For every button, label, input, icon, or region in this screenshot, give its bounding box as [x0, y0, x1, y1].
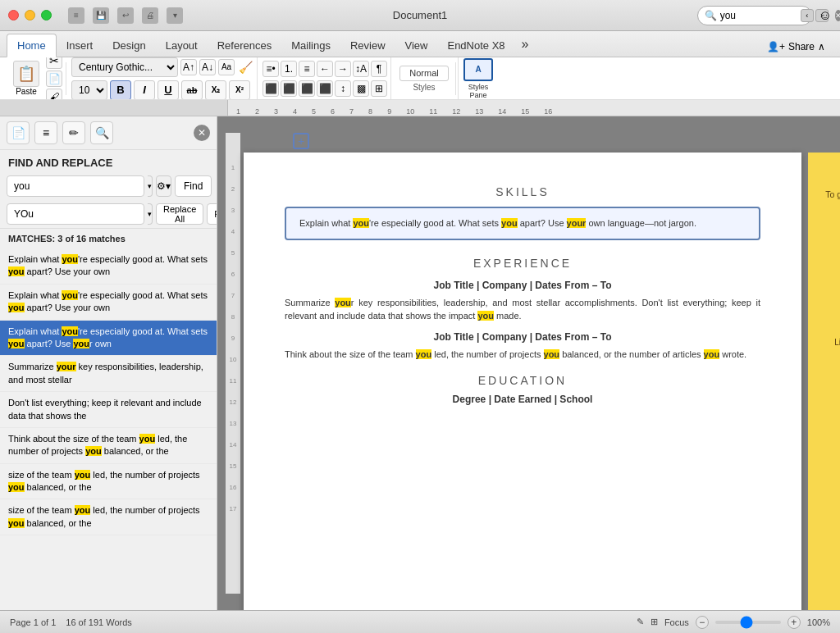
cut-button[interactable]: ✂ [46, 57, 62, 69]
pilcrow-button[interactable]: ¶ [371, 61, 387, 77]
smiley-icon: ☺ [819, 8, 832, 23]
titlebar-search[interactable]: 🔍 ‹ › ✕ [697, 6, 812, 25]
skills-title: SKILLS [285, 185, 760, 198]
panel-list-icon[interactable]: ≡ [34, 121, 57, 144]
job2-highlight3: you [704, 349, 720, 359]
match-item[interactable]: Think about the size of the team you led… [0, 428, 217, 464]
search-prev-button[interactable]: ‹ [801, 9, 814, 22]
justify-button[interactable]: ⬛ [317, 80, 333, 97]
tab-home[interactable]: Home [7, 34, 57, 57]
replace-dropdown-button[interactable]: ▾ [148, 203, 153, 225]
format-painter-button[interactable]: 🖌 [46, 89, 62, 101]
main-area: 📄 ≡ ✏ 🔍 ✕ FIND AND REPLACE ▾ ⚙▾ Find ▾ R… [0, 116, 840, 610]
panel-edit-icon[interactable]: ✏ [62, 121, 85, 144]
titlebar-search-input[interactable] [720, 10, 794, 21]
skills-highlight3: your [567, 218, 587, 228]
increase-indent-button[interactable]: → [335, 61, 351, 77]
align-right-button[interactable]: ⬛ [299, 80, 315, 97]
tab-design[interactable]: Design [103, 34, 155, 57]
line-spacing-button[interactable]: ↕ [335, 80, 351, 97]
bold-button[interactable]: B [110, 80, 131, 100]
tab-view[interactable]: View [395, 34, 438, 57]
bullets-button[interactable]: ≡• [262, 61, 279, 77]
font-size-selector[interactable]: 10 [71, 80, 107, 100]
minimize-button[interactable] [25, 10, 35, 20]
close-button[interactable] [8, 10, 19, 20]
tab-layout[interactable]: Layout [156, 34, 208, 57]
tab-insert[interactable]: Insert [57, 34, 103, 57]
align-center-button[interactable]: ⬛ [281, 80, 297, 97]
share-button[interactable]: 👤+ Share ∧ [759, 37, 833, 57]
more-icon[interactable]: ▾ [167, 7, 183, 24]
job1-highlight1: you [335, 298, 351, 307]
tab-references[interactable]: References [208, 34, 281, 57]
strikethrough-button[interactable]: ab [181, 80, 203, 100]
sort-button[interactable]: ↕A [353, 61, 369, 77]
font-family-selector[interactable]: Century Gothic... [71, 57, 178, 77]
search-close-button[interactable]: ✕ [835, 10, 840, 21]
document-scroll[interactable]: 1234567891011121314151617 + SKIL [217, 116, 840, 610]
styles-preview[interactable]: Normal [399, 66, 449, 81]
replace-row: ▾ Replace All Replace [0, 200, 217, 228]
font-grow-button[interactable]: A↑ [180, 59, 197, 75]
clear-format-button[interactable]: 🧹 [237, 59, 253, 75]
superscript-button[interactable]: X² [229, 80, 250, 100]
font-shrink-button[interactable]: A↓ [199, 59, 216, 75]
styles-label: Styles [413, 83, 435, 92]
borders-button[interactable]: ⊞ [371, 80, 387, 97]
find-input[interactable] [7, 175, 144, 197]
zoom-slider[interactable] [715, 621, 781, 624]
tab-endnote[interactable]: EndNote X8 [437, 34, 514, 57]
para-group: ≡• 1. ≡ ← → ↕A ¶ ⬛ ⬛ ⬛ ⬛ ↕ ▩ ⊞ [259, 57, 391, 100]
replace-input[interactable] [7, 203, 144, 225]
focus-label[interactable]: Focus [664, 617, 689, 627]
panel-doc-icon[interactable]: 📄 [7, 121, 30, 144]
numbered-list-button[interactable]: 1. [281, 61, 297, 77]
contact-grid: ✉ Email ☎ Telephone in L [821, 244, 840, 347]
replace-button[interactable]: Replace [207, 203, 217, 225]
replace-all-button[interactable]: Replace All [156, 203, 203, 225]
panel-search-icon[interactable]: 🔍 [90, 121, 113, 144]
copy-button[interactable]: 📄 [46, 71, 62, 87]
print-icon[interactable]: 🖨 [142, 7, 158, 24]
zoom-plus-button[interactable]: + [788, 616, 801, 629]
shading-button[interactable]: ▩ [353, 80, 369, 97]
page-layout: SKILLS Explain what you're especially go… [244, 153, 840, 610]
objective-text[interactable]: To get started, click placeholder text a… [821, 189, 840, 227]
insert-mark: + [293, 133, 840, 149]
find-button[interactable]: Find [175, 175, 212, 197]
match-item[interactable]: Explain what you're especially good at. … [0, 285, 217, 321]
collapse-icon: ∧ [818, 41, 825, 52]
panel-close-button[interactable]: ✕ [194, 125, 210, 141]
match-item[interactable]: size of the team you led, the number of … [0, 464, 217, 500]
find-dropdown-button[interactable]: ▾ [148, 175, 153, 197]
skills-box[interactable]: Explain what you're especially good at. … [285, 207, 760, 240]
save-icon[interactable]: 💾 [93, 7, 109, 24]
document-page: SKILLS Explain what you're especially go… [244, 153, 801, 610]
match-item[interactable]: Don't list everything; keep it relevant … [0, 392, 217, 428]
styles-pane-button[interactable]: A StylesPane [458, 57, 498, 100]
zoom-minus-button[interactable]: − [696, 616, 709, 629]
match-item[interactable]: Explain what you're especially good at. … [0, 248, 217, 285]
match-item[interactable]: size of the team you led, the number of … [0, 499, 217, 535]
multi-level-list-button[interactable]: ≡ [299, 61, 315, 77]
maximize-button[interactable] [41, 10, 52, 20]
decrease-indent-button[interactable]: ← [317, 61, 333, 77]
change-case-button[interactable]: Aa [218, 59, 235, 75]
find-settings-button[interactable]: ⚙▾ [156, 175, 171, 197]
match-highlight: you [8, 518, 25, 528]
subscript-button[interactable]: X₂ [205, 80, 226, 100]
align-left-button[interactable]: ⬛ [262, 80, 279, 97]
italic-button[interactable]: I [134, 80, 155, 100]
match-item[interactable]: Summarize your key responsibilities, lea… [0, 356, 217, 392]
match-highlight: you [85, 446, 102, 456]
underline-button[interactable]: U [158, 80, 179, 100]
find-replace-title: FIND AND REPLACE [0, 150, 217, 172]
tab-more[interactable]: » [515, 32, 536, 57]
tab-mailings[interactable]: Mailings [281, 34, 340, 57]
undo-redo-icon[interactable]: ↩ [117, 7, 134, 24]
match-item-selected[interactable]: Explain what you're especially good at. … [0, 321, 217, 357]
tab-review[interactable]: Review [340, 34, 395, 57]
paste-button[interactable]: 📋 Paste [8, 59, 44, 98]
sidebar-toggle-icon[interactable]: ≡ [68, 7, 84, 24]
